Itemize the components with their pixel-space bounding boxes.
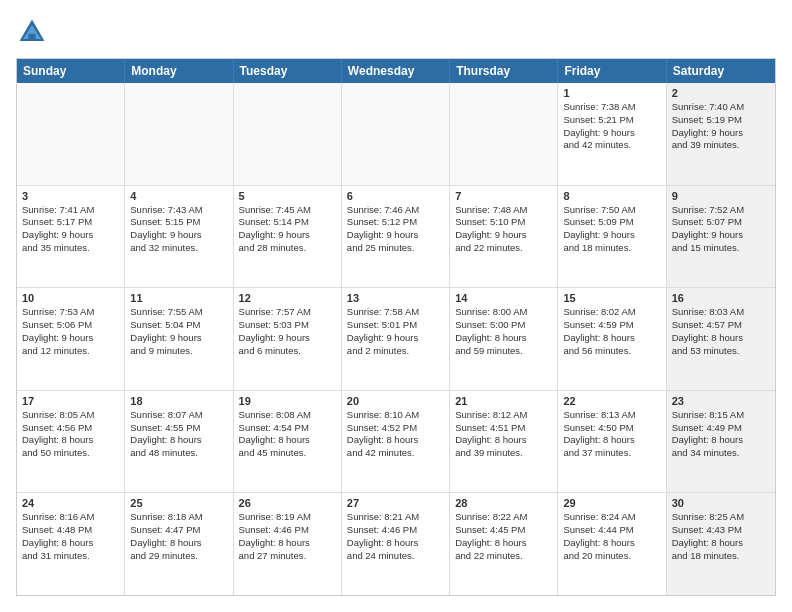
cell-line: and 34 minutes. (672, 447, 770, 460)
day-number: 21 (455, 395, 552, 407)
calendar-cell: 10Sunrise: 7:53 AMSunset: 5:06 PMDayligh… (17, 288, 125, 390)
cell-line: Sunset: 5:12 PM (347, 216, 444, 229)
calendar-cell: 6Sunrise: 7:46 AMSunset: 5:12 PMDaylight… (342, 186, 450, 288)
cell-line: Daylight: 9 hours (563, 127, 660, 140)
calendar-row: 3Sunrise: 7:41 AMSunset: 5:17 PMDaylight… (17, 185, 775, 288)
cell-line: Sunrise: 7:43 AM (130, 204, 227, 217)
cell-line: Daylight: 8 hours (239, 537, 336, 550)
day-number: 27 (347, 497, 444, 509)
cell-line: Sunset: 4:51 PM (455, 422, 552, 435)
day-number: 3 (22, 190, 119, 202)
cell-line: Sunset: 4:44 PM (563, 524, 660, 537)
calendar-cell (342, 83, 450, 185)
calendar-cell: 18Sunrise: 8:07 AMSunset: 4:55 PMDayligh… (125, 391, 233, 493)
svg-rect-2 (28, 34, 35, 41)
cell-line: Sunrise: 7:58 AM (347, 306, 444, 319)
calendar-cell: 15Sunrise: 8:02 AMSunset: 4:59 PMDayligh… (558, 288, 666, 390)
cell-line: Sunset: 5:21 PM (563, 114, 660, 127)
cell-line: and 9 minutes. (130, 345, 227, 358)
calendar-cell: 5Sunrise: 7:45 AMSunset: 5:14 PMDaylight… (234, 186, 342, 288)
cell-line: and 12 minutes. (22, 345, 119, 358)
day-number: 23 (672, 395, 770, 407)
calendar-cell: 7Sunrise: 7:48 AMSunset: 5:10 PMDaylight… (450, 186, 558, 288)
day-number: 17 (22, 395, 119, 407)
calendar-cell: 20Sunrise: 8:10 AMSunset: 4:52 PMDayligh… (342, 391, 450, 493)
cell-line: Daylight: 9 hours (347, 229, 444, 242)
cell-line: Sunset: 4:52 PM (347, 422, 444, 435)
cell-line: and 29 minutes. (130, 550, 227, 563)
cell-line: Sunset: 4:49 PM (672, 422, 770, 435)
calendar-cell: 30Sunrise: 8:25 AMSunset: 4:43 PMDayligh… (667, 493, 775, 595)
cell-line: and 28 minutes. (239, 242, 336, 255)
cell-line: and 18 minutes. (563, 242, 660, 255)
day-number: 24 (22, 497, 119, 509)
calendar-cell: 29Sunrise: 8:24 AMSunset: 4:44 PMDayligh… (558, 493, 666, 595)
cell-line: Sunset: 4:50 PM (563, 422, 660, 435)
cell-line: Daylight: 8 hours (347, 434, 444, 447)
cell-line: and 25 minutes. (347, 242, 444, 255)
cell-line: Sunset: 5:19 PM (672, 114, 770, 127)
day-number: 5 (239, 190, 336, 202)
cell-line: and 15 minutes. (672, 242, 770, 255)
header (16, 16, 776, 48)
cell-line: Sunset: 4:46 PM (347, 524, 444, 537)
cell-line: and 22 minutes. (455, 242, 552, 255)
day-number: 22 (563, 395, 660, 407)
calendar-cell: 19Sunrise: 8:08 AMSunset: 4:54 PMDayligh… (234, 391, 342, 493)
cell-line: and 50 minutes. (22, 447, 119, 460)
logo-icon (16, 16, 48, 48)
logo (16, 16, 54, 48)
calendar-cell: 22Sunrise: 8:13 AMSunset: 4:50 PMDayligh… (558, 391, 666, 493)
day-number: 28 (455, 497, 552, 509)
cell-line: Sunset: 4:47 PM (130, 524, 227, 537)
calendar-cell: 14Sunrise: 8:00 AMSunset: 5:00 PMDayligh… (450, 288, 558, 390)
cell-line: Sunrise: 7:40 AM (672, 101, 770, 114)
cell-line: Daylight: 8 hours (22, 434, 119, 447)
calendar-cell: 9Sunrise: 7:52 AMSunset: 5:07 PMDaylight… (667, 186, 775, 288)
calendar-row: 24Sunrise: 8:16 AMSunset: 4:48 PMDayligh… (17, 492, 775, 595)
day-number: 11 (130, 292, 227, 304)
cell-line: Sunrise: 7:53 AM (22, 306, 119, 319)
cell-line: Daylight: 9 hours (672, 127, 770, 140)
weekday-header: Thursday (450, 59, 558, 83)
cell-line: Daylight: 9 hours (239, 229, 336, 242)
day-number: 13 (347, 292, 444, 304)
weekday-header: Sunday (17, 59, 125, 83)
cell-line: Daylight: 8 hours (130, 537, 227, 550)
calendar-cell (17, 83, 125, 185)
calendar-cell: 26Sunrise: 8:19 AMSunset: 4:46 PMDayligh… (234, 493, 342, 595)
day-number: 12 (239, 292, 336, 304)
cell-line: Sunrise: 8:02 AM (563, 306, 660, 319)
day-number: 16 (672, 292, 770, 304)
day-number: 10 (22, 292, 119, 304)
cell-line: Sunset: 5:00 PM (455, 319, 552, 332)
calendar-cell: 11Sunrise: 7:55 AMSunset: 5:04 PMDayligh… (125, 288, 233, 390)
cell-line: Sunset: 5:07 PM (672, 216, 770, 229)
day-number: 30 (672, 497, 770, 509)
calendar-cell: 4Sunrise: 7:43 AMSunset: 5:15 PMDaylight… (125, 186, 233, 288)
cell-line: Daylight: 9 hours (672, 229, 770, 242)
cell-line: Sunrise: 8:19 AM (239, 511, 336, 524)
cell-line: and 37 minutes. (563, 447, 660, 460)
cell-line: Daylight: 8 hours (347, 537, 444, 550)
calendar-cell: 16Sunrise: 8:03 AMSunset: 4:57 PMDayligh… (667, 288, 775, 390)
cell-line: and 48 minutes. (130, 447, 227, 460)
calendar-row: 17Sunrise: 8:05 AMSunset: 4:56 PMDayligh… (17, 390, 775, 493)
cell-line: Sunrise: 7:55 AM (130, 306, 227, 319)
cell-line: Sunset: 4:43 PM (672, 524, 770, 537)
cell-line: Sunrise: 7:46 AM (347, 204, 444, 217)
cell-line: Sunrise: 8:16 AM (22, 511, 119, 524)
cell-line: Daylight: 9 hours (22, 229, 119, 242)
calendar: SundayMondayTuesdayWednesdayThursdayFrid… (16, 58, 776, 596)
cell-line: Sunset: 4:45 PM (455, 524, 552, 537)
cell-line: Sunset: 4:55 PM (130, 422, 227, 435)
weekday-header: Tuesday (234, 59, 342, 83)
cell-line: Sunset: 5:06 PM (22, 319, 119, 332)
cell-line: Sunrise: 7:50 AM (563, 204, 660, 217)
cell-line: Sunrise: 7:45 AM (239, 204, 336, 217)
cell-line: Sunset: 5:17 PM (22, 216, 119, 229)
cell-line: Daylight: 8 hours (22, 537, 119, 550)
cell-line: Sunset: 4:56 PM (22, 422, 119, 435)
cell-line: Daylight: 8 hours (672, 537, 770, 550)
calendar-body: 1Sunrise: 7:38 AMSunset: 5:21 PMDaylight… (17, 83, 775, 595)
